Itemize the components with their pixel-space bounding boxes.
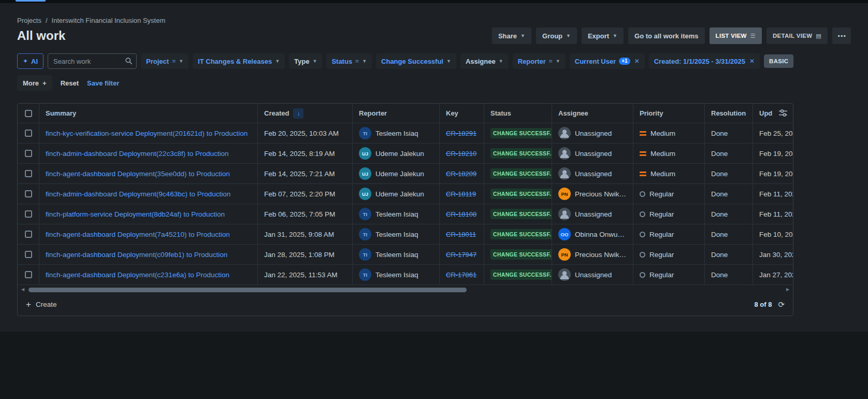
work-item-key-link[interactable]: CR-18108 — [446, 210, 476, 218]
group-button[interactable]: Group ▼ — [536, 27, 577, 44]
column-header-created[interactable]: Created↓ — [258, 104, 353, 123]
priority-cell[interactable]: Regular — [633, 224, 705, 244]
reporter-cell[interactable]: UJUdeme Jalekun — [353, 144, 440, 163]
filter-chip-change-successful[interactable]: Change Successful▼ — [376, 53, 456, 69]
table-row[interactable]: finch-agent-dashboard Deployment(c231e6a… — [18, 265, 793, 285]
reporter-cell[interactable]: UJUdeme Jalekun — [353, 184, 440, 204]
work-item-link[interactable]: finch-agent-dashboard Deployment(35ee0dd… — [46, 169, 230, 179]
table-row[interactable]: finch-agent-dashboard Deployment(35ee0dd… — [18, 164, 793, 184]
scroll-left-icon[interactable]: ◀ — [20, 288, 26, 292]
reset-button[interactable]: Reset — [61, 79, 79, 87]
ai-button[interactable]: ✦ AI — [17, 53, 44, 69]
basic-mode-button[interactable]: BASIC — [764, 54, 793, 68]
assignee-cell[interactable]: PNPrecious Nwikpu... — [552, 184, 633, 204]
status-cell[interactable]: CHANGE SUCCESSF... — [484, 224, 552, 244]
chip-remove-icon[interactable]: ✕ — [634, 58, 640, 65]
status-badge[interactable]: CHANGE SUCCESSF... — [490, 209, 552, 219]
scrollbar-thumb[interactable] — [28, 288, 467, 292]
assignee-cell[interactable]: PNPrecious Nwikpu... — [552, 245, 633, 264]
priority-cell[interactable]: Medium — [633, 144, 705, 163]
work-item-link[interactable]: finch-admin-dashboard Deployment(22c3c8f… — [46, 149, 228, 159]
select-all-checkbox[interactable] — [25, 110, 32, 117]
go-to-all-work-items-button[interactable]: Go to all work items — [628, 27, 705, 44]
priority-cell[interactable]: Medium — [633, 164, 705, 183]
column-header-key[interactable]: Key — [440, 104, 484, 123]
status-badge[interactable]: CHANGE SUCCESSF... — [490, 189, 552, 199]
save-filter-button[interactable]: Save filter — [87, 79, 119, 87]
jql-mode-button[interactable]: JQL — [793, 54, 794, 68]
work-item-link[interactable]: finch-agent-dashboard Deployment(7a45210… — [46, 230, 230, 239]
filter-chip-assignee[interactable]: Assignee▼ — [460, 53, 509, 69]
status-badge[interactable]: CHANGE SUCCESSF... — [490, 269, 552, 280]
assignee-cell[interactable]: Unassigned — [552, 164, 633, 183]
status-badge[interactable]: CHANGE SUCCESSF... — [490, 128, 552, 138]
reporter-cell[interactable]: UJUdeme Jalekun — [353, 164, 440, 183]
scrollbar-track[interactable] — [27, 288, 783, 292]
breadcrumb-projects-link[interactable]: Projects — [17, 17, 41, 24]
work-item-link[interactable]: finch-agent-dashboard Deployment(c09feb1… — [46, 250, 227, 260]
priority-cell[interactable]: Regular — [633, 184, 705, 204]
status-badge[interactable]: CHANGE SUCCESSF... — [490, 229, 552, 239]
assignee-cell[interactable]: Unassigned — [552, 144, 633, 163]
table-row[interactable]: finch-agent-dashboard Deployment(7a45210… — [18, 224, 793, 245]
status-cell[interactable]: CHANGE SUCCESSF... — [484, 245, 552, 264]
breadcrumb-project-link[interactable]: Interswitch Financial Inclusion System — [52, 17, 166, 24]
status-cell[interactable]: CHANGE SUCCESSF... — [484, 144, 552, 163]
work-item-key-link[interactable]: CR-18011 — [446, 231, 476, 238]
assignee-cell[interactable]: Unassigned — [552, 265, 633, 284]
priority-cell[interactable]: Medium — [633, 123, 705, 143]
scroll-right-icon[interactable]: ▶ — [785, 288, 791, 292]
list-view-button[interactable]: LIST VIEW ☰ — [710, 27, 762, 44]
work-item-key-link[interactable]: CR-17947 — [446, 251, 476, 259]
row-checkbox[interactable] — [25, 231, 32, 238]
column-header-reporter[interactable]: Reporter — [353, 104, 440, 123]
work-item-link[interactable]: finch-admin-dashboard Deployment(9c463bc… — [46, 189, 230, 199]
row-checkbox[interactable] — [25, 251, 32, 258]
row-checkbox[interactable] — [25, 210, 32, 218]
filter-chip-project[interactable]: Project=▼ — [141, 53, 189, 69]
assignee-cell[interactable]: Unassigned — [552, 204, 633, 224]
more-actions-button[interactable]: ⋯ — [832, 27, 851, 44]
priority-cell[interactable]: Regular — [633, 245, 705, 264]
work-item-link[interactable]: finch-kyc-verification-service Deploymen… — [46, 129, 248, 138]
table-row[interactable]: finch-admin-dashboard Deployment(9c463bc… — [18, 184, 793, 204]
create-button[interactable]: + Create — [26, 300, 56, 309]
filter-chip-it-changes-releases[interactable]: IT Changes & Releases▼ — [193, 53, 285, 69]
filter-chip-reporter[interactable]: Reporter=▼ — [513, 53, 566, 69]
share-button[interactable]: Share ▼ — [492, 27, 531, 44]
export-button[interactable]: Export ▼ — [582, 27, 624, 44]
status-cell[interactable]: CHANGE SUCCESSF... — [484, 164, 552, 183]
more-filters-button[interactable]: More + — [17, 75, 52, 91]
reporter-cell[interactable]: TITesleem Isiaq — [353, 265, 440, 284]
search-input[interactable] — [48, 53, 137, 69]
row-checkbox[interactable] — [25, 190, 32, 197]
status-cell[interactable]: CHANGE SUCCESSF... — [484, 204, 552, 224]
detail-view-button[interactable]: DETAIL VIEW ▤ — [766, 27, 828, 44]
filter-chip-created-1-1-2025-3-31-2025[interactable]: Created: 1/1/2025 - 3/31/2025✕ — [649, 53, 760, 69]
reporter-cell[interactable]: TITesleem Isiaq — [353, 245, 440, 264]
priority-cell[interactable]: Regular — [633, 265, 705, 284]
row-checkbox[interactable] — [25, 130, 32, 137]
refresh-icon[interactable]: ⟳ — [778, 301, 785, 308]
column-header-summary[interactable]: Summary — [39, 104, 258, 123]
work-item-key-link[interactable]: CR-18210 — [446, 150, 476, 158]
work-item-key-link[interactable]: CR-17861 — [446, 271, 476, 279]
work-item-link[interactable]: finch-agent-dashboard Deployment(c231e6a… — [46, 270, 229, 280]
table-row[interactable]: finch-kyc-verification-service Deploymen… — [18, 123, 793, 144]
work-item-key-link[interactable]: CR-18291 — [446, 130, 476, 137]
status-cell[interactable]: CHANGE SUCCESSF... — [484, 265, 552, 284]
status-cell[interactable]: CHANGE SUCCESSF... — [484, 123, 552, 143]
table-row[interactable]: finch-admin-dashboard Deployment(22c3c8f… — [18, 144, 793, 164]
row-checkbox[interactable] — [25, 170, 32, 177]
status-badge[interactable]: CHANGE SUCCESSF... — [490, 168, 552, 179]
status-cell[interactable]: CHANGE SUCCESSF... — [484, 184, 552, 204]
sort-descending-icon[interactable]: ↓ — [293, 108, 303, 119]
work-item-link[interactable]: finch-platform-service Deployment(8db24a… — [46, 209, 225, 219]
reporter-cell[interactable]: TITesleem Isiaq — [353, 224, 440, 244]
work-item-key-link[interactable]: CR-18119 — [446, 190, 476, 198]
priority-cell[interactable]: Regular — [633, 204, 705, 224]
column-header-priority[interactable]: Priority — [633, 104, 705, 123]
filter-chip-type[interactable]: Type▼ — [289, 53, 322, 69]
row-checkbox[interactable] — [25, 271, 32, 278]
row-checkbox[interactable] — [25, 150, 32, 157]
